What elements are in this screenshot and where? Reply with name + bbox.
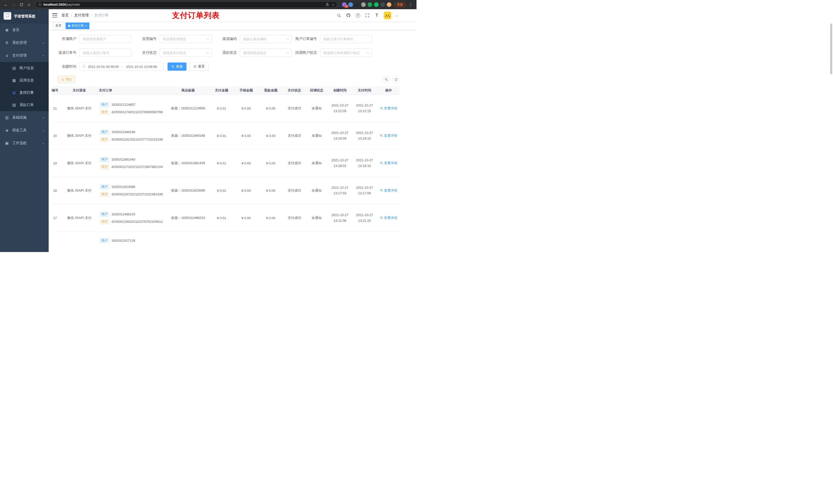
extension-icon[interactable] xyxy=(361,2,366,7)
reload-icon[interactable] xyxy=(18,1,25,8)
time-text: 13:22:15 xyxy=(358,108,371,114)
view-detail-link[interactable]: 查看详情 xyxy=(380,188,397,193)
merchant-tag: 商户 xyxy=(100,238,109,243)
filter-field-所属商户: 所属商户 xyxy=(51,35,132,43)
back-icon[interactable]: ← xyxy=(3,1,9,8)
view-detail-link[interactable]: 查看详情 xyxy=(380,134,397,138)
extension-icon[interactable] xyxy=(367,2,372,7)
address-bar[interactable]: ⓘ localhost:1024/pay/order ☆ xyxy=(35,1,337,8)
cell-status: 支付成功 xyxy=(283,134,306,138)
tab-支付订单[interactable]: 支付订单× xyxy=(66,23,89,29)
sidebar-item-支付管理[interactable]: ¥支付管理 xyxy=(0,49,49,62)
filter-input-商户订单编号[interactable] xyxy=(320,35,372,43)
toggle-search-icon[interactable] xyxy=(383,76,390,83)
fullscreen-icon[interactable] xyxy=(365,13,370,18)
browser-menu-icon[interactable]: ⋮ xyxy=(407,1,414,8)
chevron-down-icon[interactable] xyxy=(396,14,398,17)
search-icon xyxy=(380,161,383,165)
filter-field-应用编号: 应用编号 xyxy=(132,35,212,43)
extension-icon[interactable] xyxy=(387,2,391,7)
sidebar-item-基础设施[interactable]: ▥基础设施 xyxy=(0,111,49,124)
cell-title: 标题：1635311881439 xyxy=(167,161,209,165)
filter-select-应用编号[interactable] xyxy=(160,35,212,43)
merchant-order-line: 商户1635312124657 xyxy=(100,102,136,107)
bookmark-star-icon[interactable]: ☆ xyxy=(332,3,335,7)
sidebar-subitem-支付订单[interactable]: ◎支付订单 xyxy=(0,87,49,99)
sidebar-subitem-退款订单[interactable]: ▨退款订单 xyxy=(0,99,49,111)
column-header-回调状态: 回调状态 xyxy=(306,88,328,93)
sidebar-item-label: 工作流程 xyxy=(12,141,27,145)
sidebar-item-研发工具[interactable]: ◈研发工具 xyxy=(0,124,49,137)
filter-select-回调商户状态[interactable] xyxy=(320,49,372,57)
cell-fee: ¥ 0.00 xyxy=(234,189,259,193)
help-icon[interactable]: ? xyxy=(355,13,360,18)
filter-field-商户订单编号: 商户订单编号 xyxy=(292,35,372,43)
filter-input-渠道订单号[interactable] xyxy=(79,49,132,57)
submenu-支付管理: ▤商户信息▦应用信息◎支付订单▨退款订单 xyxy=(0,62,49,111)
tab-close-icon[interactable]: × xyxy=(85,24,87,27)
site-info-icon[interactable]: ⓘ xyxy=(38,3,42,7)
forward-icon[interactable]: → xyxy=(10,1,17,8)
sidebar-item-工作流程[interactable]: ▣工作流程 xyxy=(0,137,49,149)
pay-order-no: 4200001174202110278060590766 xyxy=(112,110,163,114)
view-detail-link[interactable]: 查看详情 xyxy=(380,106,397,111)
search-button[interactable]: 搜索 xyxy=(168,63,187,71)
home-icon[interactable]: ⌂ xyxy=(26,1,32,8)
user-avatar[interactable] xyxy=(384,11,391,19)
devtool-icon: ◈ xyxy=(5,128,9,133)
time-text: 13:17:08 xyxy=(358,191,371,196)
reset-button[interactable]: 重置 xyxy=(190,63,209,71)
cell-fee: ¥ 0.00 xyxy=(234,106,259,111)
sidebar-subitem-应用信息[interactable]: ▦应用信息 xyxy=(0,74,49,87)
filter-select-支付状态[interactable] xyxy=(160,49,212,57)
export-button[interactable]: 导出 xyxy=(58,76,75,83)
hamburger-icon[interactable] xyxy=(52,13,57,18)
filter-label: 回调商户状态 xyxy=(292,50,320,55)
date-start-value: 2021-10-01 00:00:00 xyxy=(88,65,119,69)
active-tab-dot xyxy=(68,25,70,27)
share-icon[interactable] xyxy=(326,3,329,7)
sidebar-item-首页[interactable]: ◉首页 xyxy=(0,24,49,37)
date-filter-label: 创建时间 xyxy=(51,64,79,69)
pay-order-line: 支付4200001181202110277723215336 xyxy=(100,137,163,142)
view-detail-link[interactable]: 查看详情 xyxy=(380,216,397,220)
extension-icon[interactable] xyxy=(355,2,359,7)
breadcrumb-item[interactable]: 首页 xyxy=(62,13,69,18)
merchant-tag: 商户 xyxy=(100,129,109,135)
table-row: 商户1635311517126 xyxy=(51,232,400,252)
browser-update-button[interactable]: 更新 xyxy=(394,2,406,7)
search-icon[interactable] xyxy=(336,13,341,18)
pay-order-no: 4200001181202110277723215336 xyxy=(112,138,163,141)
sidebar-subitem-商户信息[interactable]: ▤商户信息 xyxy=(0,62,49,74)
sidebar-item-系统管理[interactable]: ⚙系统管理 xyxy=(0,37,49,49)
github-icon[interactable] xyxy=(346,13,351,18)
extension-icon[interactable] xyxy=(380,2,385,7)
time-text: 13:22:05 xyxy=(334,108,347,114)
date-range-input[interactable]: 2021-10-01 00:00:00 - 2021-10-31 23:59:5… xyxy=(79,63,164,71)
filter-select-退款状态[interactable] xyxy=(240,49,292,57)
filter-select-渠道编码[interactable] xyxy=(240,35,292,43)
extension-icon[interactable] xyxy=(374,2,379,7)
pay-order-line: 支付4200001174202110278060590766 xyxy=(100,110,163,115)
breadcrumb: 首页/支付管理/支付订单 xyxy=(62,13,109,18)
breadcrumb-item[interactable]: 支付管理 xyxy=(74,13,89,18)
cell-channel: 微信 JSAPI 支付 xyxy=(61,216,98,220)
table-row: 18微信 JSAPI 支付商户1635311823086支付4200001167… xyxy=(51,177,400,205)
tab-首页[interactable]: 首页 xyxy=(53,23,64,29)
filter-input-所属商户[interactable] xyxy=(79,35,132,43)
cell-fee: ¥ 0.00 xyxy=(234,216,259,220)
extension-icon[interactable]: 10 xyxy=(342,2,347,7)
view-detail-link[interactable]: 查看详情 xyxy=(380,161,397,165)
search-icon xyxy=(380,189,383,193)
refresh-icon[interactable] xyxy=(392,76,400,83)
column-header-创建时间: 创建时间 xyxy=(328,88,352,93)
merchant-order-no: 1635311881440 xyxy=(112,158,135,161)
extension-icon[interactable] xyxy=(348,2,353,7)
cell-action: 查看详情 xyxy=(377,216,400,220)
cell-create-time: 2021-10-2713:17:03 xyxy=(328,185,352,196)
table-row: 19微信 JSAPI 支付商户1635311881440支付4200001173… xyxy=(51,149,400,177)
column-header-支付时间: 支付时间 xyxy=(352,88,377,93)
cell-refund: ¥ 0.00 xyxy=(259,189,283,193)
font-size-icon[interactable]: T xyxy=(374,13,379,18)
cell-amount: ¥ 0.01 xyxy=(209,161,234,165)
